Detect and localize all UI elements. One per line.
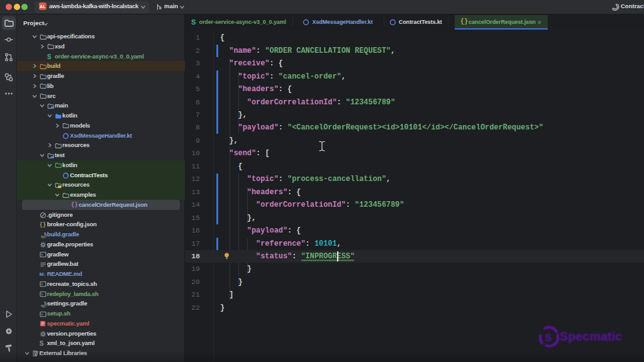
svg-text:S: S — [545, 332, 552, 344]
